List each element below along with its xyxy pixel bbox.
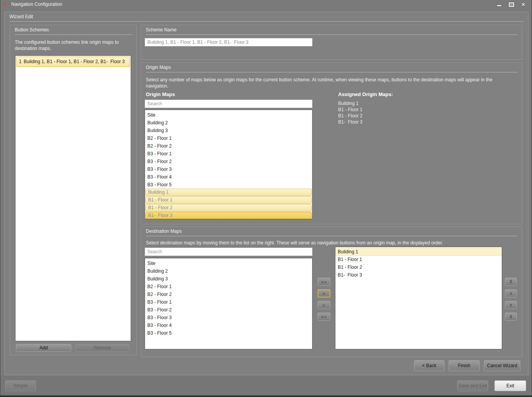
destination-map-available-item[interactable]: B3 - Floor 1 (145, 298, 312, 306)
exit-button[interactable]: Exit (494, 380, 526, 391)
destination-maps-description: Select destination maps by moving them t… (146, 240, 514, 246)
origin-map-item[interactable]: B1 - Floor 2 (145, 204, 312, 211)
minimize-icon (497, 5, 502, 7)
move-up-button[interactable]: ∧ (505, 289, 517, 297)
origin-map-item[interactable]: B3 - Floor 1 (145, 150, 312, 158)
destination-map-available-item[interactable]: Site (145, 260, 312, 267)
destination-map-available-item[interactable]: B3 - Floor 2 (145, 306, 312, 314)
close-icon: ✕ (521, 2, 525, 7)
origin-maps-list-label: Origin Maps (146, 91, 175, 97)
assigned-origin-map: Building 1 (338, 100, 363, 107)
move-all-right-button[interactable]: >> (318, 278, 330, 286)
origin-map-item[interactable]: B2 - Floor 2 (145, 142, 312, 150)
title-bar: ∿ Navigation Configuration ✕ (0, 0, 532, 9)
divider (15, 34, 132, 35)
destination-map-available-item[interactable]: Building 2 (145, 267, 312, 275)
origin-map-item[interactable]: B1 - Floor 1 (145, 196, 312, 204)
origin-maps-search-input[interactable] (145, 100, 313, 108)
move-to-top-icon: ⊼ (509, 280, 512, 284)
move-to-top-button[interactable]: ⊼ (505, 278, 517, 286)
destination-maps-search-input[interactable] (145, 247, 313, 256)
back-button[interactable]: < Back (414, 360, 444, 371)
cancel-wizard-button[interactable]: Cancel Wizard (484, 360, 520, 371)
move-left-button[interactable]: < (318, 301, 330, 309)
divider (9, 21, 523, 22)
divider (146, 72, 517, 72)
move-down-button[interactable]: ∨ (505, 301, 517, 309)
destination-map-available-item[interactable]: B3 - Floor 5 (145, 329, 312, 337)
maximize-button[interactable] (505, 0, 517, 9)
origin-map-item[interactable]: B3 - Floor 3 (145, 165, 312, 173)
destination-map-available-item[interactable]: B2 - Floor 1 (145, 283, 312, 290)
assigned-origin-maps-label: Assigned Origin Maps: (338, 91, 393, 97)
move-down-icon: ∨ (509, 303, 512, 307)
window-controls: ✕ (493, 0, 529, 9)
footer-bar (0, 375, 532, 395)
move-right-button[interactable]: > (318, 289, 330, 297)
move-all-left-button[interactable]: << (318, 313, 330, 321)
app-wave-icon: ∿ (3, 0, 8, 9)
destination-map-available-item[interactable]: B3 - Floor 4 (145, 321, 312, 329)
save-and-exit-button[interactable]: Save and Exit (457, 380, 488, 391)
button-schemes-list: 1Building 1, B1 - Floor 1, B1 - Floor 2,… (15, 55, 131, 341)
origin-map-item[interactable]: Building 2 (145, 119, 312, 127)
finish-button[interactable]: Finish (449, 360, 480, 371)
destination-map-assigned-item[interactable]: B1- Floor 3 (335, 271, 502, 279)
origin-map-item[interactable]: Building 1 (145, 189, 312, 196)
button-schemes-title: Button Schemes (10, 25, 136, 34)
origin-maps-description: Select any number of maps below as origi… (146, 77, 506, 89)
scheme-name-input[interactable] (145, 38, 313, 46)
destination-map-assigned-item[interactable]: B1 - Floor 1 (335, 256, 502, 263)
assigned-origin-maps-list: Building 1B1 - Floor 1B1 - Floor 2B1- Fl… (338, 100, 363, 125)
move-to-bottom-button[interactable]: ⊻ (505, 313, 517, 321)
divider (146, 236, 517, 236)
remove-button[interactable]: Remove (75, 344, 130, 352)
wizard-edit-title: Wizard Edit (5, 12, 528, 21)
button-schemes-description: The configured button schemes link origi… (15, 39, 127, 52)
assigned-origin-map: B1 - Floor 2 (338, 113, 363, 119)
destination-map-available-item[interactable]: B2 - Floor 2 (145, 290, 312, 298)
assigned-origin-map: B1- Floor 3 (338, 119, 363, 125)
origin-map-item[interactable]: B3 - Floor 4 (145, 173, 312, 181)
move-up-icon: ∧ (509, 291, 512, 296)
origin-maps-title: Origin Maps (141, 63, 522, 72)
destination-map-assigned-item[interactable]: Building 1 (335, 248, 502, 256)
button-scheme-index: 1 (17, 57, 24, 67)
minimize-button[interactable] (493, 0, 505, 9)
add-button[interactable]: Add (16, 344, 71, 352)
origin-map-item[interactable]: Building 3 (145, 127, 312, 134)
destination-map-available-item[interactable]: Building 3 (145, 275, 312, 283)
move-to-bottom-icon: ⊻ (509, 315, 512, 319)
origin-map-item[interactable]: B3 - Floor 2 (145, 158, 312, 165)
window-title: Navigation Configuration (11, 0, 62, 9)
close-button[interactable]: ✕ (517, 0, 529, 9)
scheme-name-title: Scheme Name (141, 25, 522, 34)
maximize-icon (509, 2, 514, 7)
button-scheme-item[interactable]: 1Building 1, B1 - Floor 1, B1 - Floor 2,… (16, 57, 130, 67)
origin-map-item[interactable]: B3 - Floor 5 (145, 181, 312, 189)
destination-maps-assigned-list: Building 1B1 - Floor 1B1 - Floor 2B1- Fl… (335, 247, 502, 349)
origin-map-item[interactable]: B2 - Floor 1 (145, 134, 312, 142)
origin-maps-list: SiteBuilding 2Building 3B2 - Floor 1B2 -… (145, 110, 313, 219)
origin-map-item[interactable]: Site (145, 111, 312, 119)
button-scheme-label: Building 1, B1 - Floor 1, B1 - Floor 2, … (24, 57, 125, 67)
destination-maps-title: Destination Maps (141, 227, 522, 236)
origin-map-item[interactable]: B1- Floor 3 (145, 212, 312, 219)
assigned-origin-map: B1 - Floor 1 (338, 107, 363, 113)
navigation-configuration-window: ∿ Navigation Configuration ✕ Wizard Edit… (0, 0, 532, 397)
destination-map-assigned-item[interactable]: B1 - Floor 2 (335, 263, 502, 271)
simple-button[interactable]: Simple (5, 380, 36, 391)
destination-map-available-item[interactable]: B3 - Floor 3 (145, 314, 312, 321)
divider (146, 34, 517, 35)
destination-maps-available-list: SiteBuilding 2Building 3B2 - Floor 1B2 -… (145, 258, 313, 349)
